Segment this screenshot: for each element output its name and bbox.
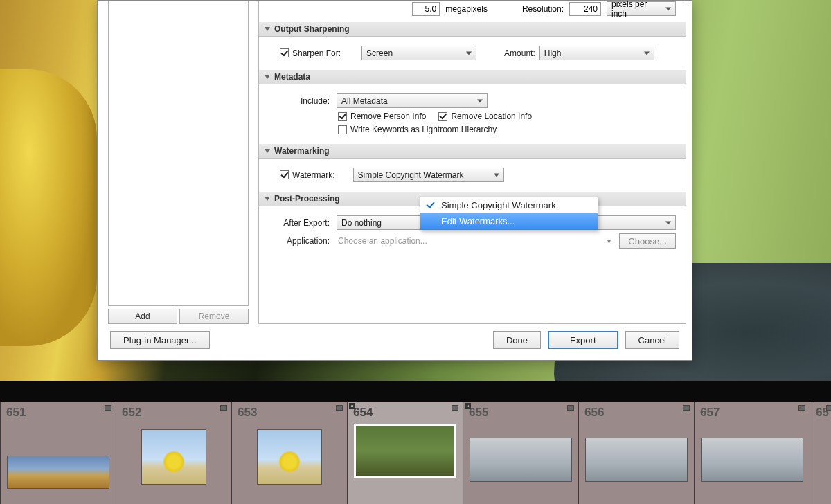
badge-icon (105, 405, 111, 411)
thumbnail-652[interactable]: 652 (116, 402, 231, 504)
thumbnail-651[interactable]: 651 (0, 402, 116, 504)
badge-icon (798, 405, 805, 411)
dropdown-caret-icon[interactable]: ▾ (607, 237, 611, 245)
remove-person-checkbox[interactable]: Remove Person Info (338, 111, 426, 121)
resolution-input[interactable] (569, 2, 601, 16)
preset-list[interactable] (108, 1, 249, 306)
chevron-down-icon (265, 27, 270, 31)
remove-location-checkbox[interactable]: Remove Location Info (438, 111, 532, 121)
thumb-image (141, 429, 206, 485)
close-icon[interactable]: × (465, 403, 471, 409)
resolution-unit-select[interactable]: pixels per inch (607, 1, 676, 16)
thumb-image (585, 438, 688, 482)
choose-application-button[interactable]: Choose... (619, 233, 676, 249)
resolution-label: Resolution: (522, 4, 564, 14)
thumb-image (257, 429, 322, 485)
megapixels-input[interactable] (412, 2, 440, 16)
amount-select[interactable]: High (539, 46, 654, 60)
thumb-image (470, 438, 572, 482)
thumb-image (354, 424, 456, 478)
thumbnail-653[interactable]: 653 (231, 402, 347, 504)
thumbnail-658[interactable]: 65 (810, 402, 831, 504)
sharpen-for-select[interactable]: Screen (361, 46, 476, 60)
watermark-option-edit[interactable]: Edit Watermarks... (420, 213, 598, 229)
done-button[interactable]: Done (493, 331, 541, 349)
thumb-image (7, 456, 109, 489)
filmstrip-divider (0, 381, 831, 402)
badge-icon (220, 405, 227, 411)
badge-icon (826, 405, 831, 411)
plugin-manager-button[interactable]: Plug-in Manager... (110, 331, 210, 349)
thumbnail-655[interactable]: ×655 (463, 402, 578, 504)
chevron-down-icon (265, 149, 270, 153)
chevron-down-icon (265, 197, 270, 201)
chevron-down-icon (265, 75, 270, 79)
filmstrip[interactable]: 651 652 653 ×654 ×655 656 657 65 (0, 402, 831, 504)
thumbnail-656[interactable]: 656 (578, 402, 694, 504)
write-keywords-checkbox[interactable]: Write Keywords as Lightroom Hierarchy (338, 125, 497, 134)
cancel-button[interactable]: Cancel (625, 331, 679, 349)
close-icon[interactable]: × (349, 403, 355, 409)
application-placeholder: Choose an application... (337, 236, 603, 246)
export-button[interactable]: Export (548, 331, 618, 349)
watermark-option-simple[interactable]: Simple Copyright Watermark (420, 197, 598, 213)
application-label: Application: (269, 236, 332, 246)
thumbnail-657[interactable]: 657 (694, 402, 810, 504)
section-metadata[interactable]: Metadata (259, 69, 686, 84)
remove-preset-button: Remove (179, 309, 249, 324)
after-export-label: After Export: (269, 218, 332, 228)
section-output-sharpening[interactable]: Output Sharpening (259, 21, 686, 37)
include-select[interactable]: All Metadata (337, 93, 488, 108)
watermark-checkbox[interactable]: Watermark: (280, 170, 335, 180)
badge-icon (452, 405, 458, 411)
amount-label: Amount: (504, 48, 535, 58)
badge-icon (336, 405, 343, 411)
section-watermarking[interactable]: Watermarking (259, 143, 686, 159)
thumbnail-654[interactable]: ×654 (347, 402, 463, 504)
settings-panel[interactable]: megapixels Resolution: pixels per inch O… (258, 1, 686, 324)
thumb-image (701, 438, 803, 482)
sharpen-for-checkbox[interactable]: Sharpen For: (280, 48, 341, 58)
watermark-dropdown-popup: Simple Copyright Watermark Edit Watermar… (420, 197, 598, 230)
megapixels-label: megapixels (445, 4, 488, 14)
badge-icon (683, 405, 690, 411)
include-label: Include: (269, 96, 332, 106)
add-preset-button[interactable]: Add (108, 309, 177, 324)
badge-icon (567, 405, 574, 411)
export-dialog: Add Remove megapixels Resolution: pixels… (97, 0, 692, 361)
watermark-select[interactable]: Simple Copyright Watermark (353, 168, 504, 182)
